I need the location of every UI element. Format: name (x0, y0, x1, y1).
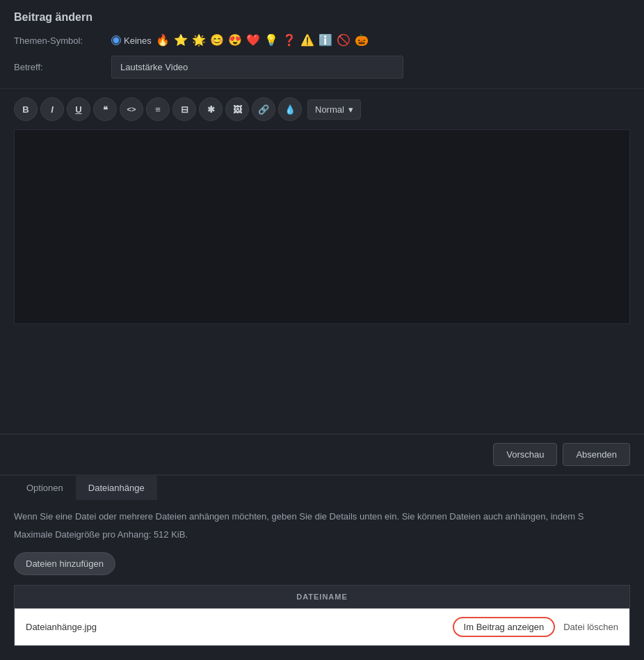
color-button[interactable]: 💧 (278, 97, 302, 121)
add-files-button[interactable]: Dateien hinzufügen (14, 552, 115, 575)
radio-none-input[interactable] (111, 35, 121, 45)
format-dropdown[interactable]: Normal ▾ (307, 99, 361, 120)
emoji-smile[interactable]: 😊 (210, 35, 224, 46)
list2-button[interactable]: ⊟ (172, 97, 196, 121)
tabs-section: Optionen Dateianhänge (0, 474, 644, 500)
list-button[interactable]: ≡ (146, 97, 170, 121)
file-row-cell: Dateianhänge.jpg Im Beitrag anzeigen Dat… (15, 609, 630, 646)
emoji-question[interactable]: ❓ (282, 35, 296, 46)
emoji-bulb[interactable]: 💡 (264, 35, 278, 46)
tab-dateianhange[interactable]: Dateianhänge (76, 476, 157, 501)
editor-section (0, 129, 644, 433)
file-table-section: DATEINAME Dateianhänge.jpg Im Beitrag an… (0, 585, 644, 660)
emoji-pumpkin[interactable]: 🎃 (355, 35, 369, 46)
submit-button[interactable]: Absenden (563, 443, 630, 466)
format-label: Normal (315, 104, 344, 115)
radio-none-text: Keines (124, 35, 152, 46)
attachments-info: Wenn Sie eine Datei oder mehrere Dateien… (0, 500, 644, 585)
theme-symbol-row: Themen-Symbol: Keines 🔥 ⭐ 🌟 😊 😍 ❤️ 💡 ❓ ⚠… (14, 35, 630, 46)
emoji-heart-eyes[interactable]: 😍 (228, 35, 242, 46)
file-row-actions: Dateianhänge.jpg Im Beitrag anzeigen Dat… (26, 617, 618, 637)
attachments-info-text: Wenn Sie eine Datei oder mehrere Dateien… (14, 510, 630, 524)
emoji-no[interactable]: 🚫 (337, 35, 351, 46)
table-row: Dateianhänge.jpg Im Beitrag anzeigen Dat… (15, 609, 630, 646)
action-bar: Vorschau Absenden (0, 434, 644, 474)
emoji-star-filled[interactable]: ⭐ (174, 35, 188, 46)
emoji-fire[interactable]: 🔥 (156, 35, 170, 46)
show-in-post-button[interactable]: Im Beitrag anzeigen (453, 617, 556, 637)
subject-row: Betreff: (14, 56, 630, 79)
emoji-star[interactable]: 🌟 (192, 35, 206, 46)
special-button[interactable]: ✱ (199, 97, 223, 121)
tabs-row: Optionen Dateianhänge (14, 476, 630, 500)
underline-button[interactable]: U (67, 97, 90, 121)
tab-optionen[interactable]: Optionen (14, 476, 76, 501)
editor-textarea[interactable] (14, 129, 630, 324)
preview-button[interactable]: Vorschau (493, 443, 557, 466)
editor-toolbar: B I U ❝ <> ≡ ⊟ ✱ 🖼 🔗 💧 Normal ▾ (0, 88, 644, 129)
page-title: Beitrag ändern (14, 11, 630, 24)
subject-input[interactable] (111, 56, 403, 79)
link-button[interactable]: 🔗 (252, 97, 275, 121)
filename-text: Dateianhänge.jpg (26, 622, 444, 632)
image-button[interactable]: 🖼 (225, 97, 249, 121)
italic-button[interactable]: I (40, 97, 64, 121)
code-button[interactable]: <> (120, 97, 143, 121)
table-header-filename: DATEINAME (15, 586, 630, 609)
theme-symbol-label: Themen-Symbol: (14, 35, 111, 46)
symbol-options: Keines 🔥 ⭐ 🌟 😊 😍 ❤️ 💡 ❓ ⚠️ ℹ️ 🚫 🎃 (111, 35, 369, 46)
subject-label: Betreff: (14, 62, 111, 72)
chevron-down-icon: ▾ (348, 104, 353, 115)
bold-button[interactable]: B (14, 97, 38, 121)
quote-button[interactable]: ❝ (93, 97, 117, 121)
radio-none-label[interactable]: Keines (111, 35, 152, 46)
delete-file-button[interactable]: Datei löschen (563, 622, 618, 632)
file-table: DATEINAME Dateianhänge.jpg Im Beitrag an… (14, 585, 630, 646)
emoji-info[interactable]: ℹ️ (319, 35, 332, 46)
emoji-heart[interactable]: ❤️ (246, 35, 260, 46)
attachments-max-size-text: Maximale Dateigröße pro Anhang: 512 KiB. (14, 528, 630, 542)
emoji-warning[interactable]: ⚠️ (300, 35, 314, 46)
